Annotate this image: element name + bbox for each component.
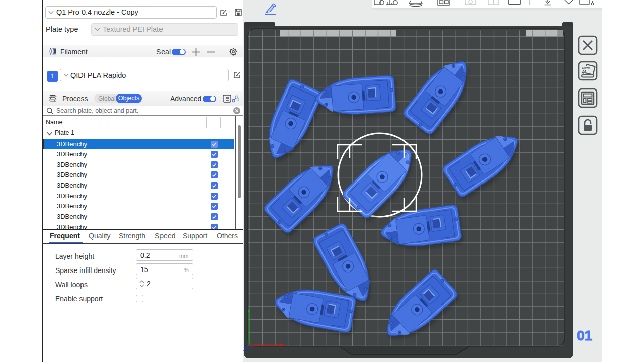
svg-text:01: 01 [577, 328, 592, 343]
svg-text:AUTO: AUTO [582, 67, 590, 70]
